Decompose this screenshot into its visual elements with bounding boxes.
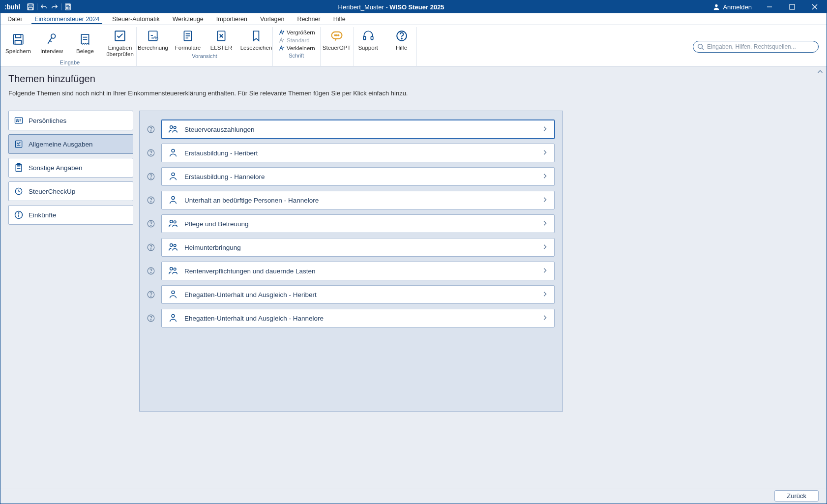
chevron-right-icon <box>541 149 548 157</box>
topic-row: Ehegatten-Unterhalt und Ausgleich - Heri… <box>147 285 556 304</box>
sidebar-item[interactable]: Allgemeine Ausgaben <box>8 134 133 154</box>
eingaben-button[interactable]: Eingaben überprüfen <box>105 27 135 59</box>
save-icon[interactable] <box>26 2 35 11</box>
menu-item[interactable]: Hilfe <box>330 14 349 24</box>
person-icon <box>168 148 178 158</box>
category-sidebar: PersönlichesAllgemeine AusgabenSonstige … <box>8 111 133 483</box>
menu-item[interactable]: Rechner <box>294 14 323 24</box>
window-title: Heribert_Muster - WISO Steuer 2025 <box>74 3 709 11</box>
redo-icon[interactable] <box>50 2 59 11</box>
svg-point-65 <box>172 149 175 152</box>
topic-card[interactable]: Erstausbildung - Hannelore <box>161 167 555 186</box>
topic-card[interactable]: Ehegatten-Unterhalt und Ausgleich - Heri… <box>161 285 555 304</box>
help-icon[interactable] <box>147 148 155 157</box>
hilfe-button[interactable]: Hilfe <box>388 27 415 52</box>
svg-point-85 <box>150 296 151 296</box>
label: Belege <box>76 48 94 55</box>
chevron-right-icon <box>541 173 548 181</box>
calculator-icon[interactable] <box>63 2 72 11</box>
support-button[interactable]: Support <box>354 27 382 52</box>
help-icon[interactable] <box>147 314 155 323</box>
svg-point-82 <box>170 267 173 270</box>
topics-panel: SteuervorauszahlungenErstausbildung - He… <box>139 111 563 412</box>
help-icon[interactable] <box>147 196 155 205</box>
group-label <box>384 52 385 60</box>
sidebar-item[interactable]: Einkünfte <box>8 205 133 225</box>
collapse-ribbon-button[interactable] <box>817 68 824 77</box>
belege-button[interactable]: Belege <box>71 30 99 56</box>
label: SteuerGPT <box>323 45 351 51</box>
svg-point-8 <box>66 8 67 9</box>
svg-point-62 <box>174 126 176 129</box>
sidebar-item[interactable]: Sonstige Angaben <box>8 158 133 178</box>
svg-point-38 <box>338 35 339 36</box>
help-icon[interactable] <box>147 243 155 252</box>
berechnung-button[interactable]: =% Berechnung <box>138 27 168 52</box>
topic-card[interactable]: Steuervorauszahlungen <box>161 120 555 139</box>
help-icon[interactable] <box>147 125 155 134</box>
ribbon: Speichern Interview Belege Eingaben über… <box>0 25 827 66</box>
menu-item[interactable]: Werkzeuge <box>170 14 207 24</box>
topic-card[interactable]: Erstausbildung - Heribert <box>161 144 555 162</box>
help-icon[interactable] <box>147 219 155 228</box>
topic-card[interactable]: Ehegatten-Unterhalt und Ausgleich - Hann… <box>161 309 555 327</box>
elster-button[interactable]: ELSTER <box>207 27 235 52</box>
topic-row: Unterhalt an bedürftige Personen - Hanne… <box>147 191 556 209</box>
back-button[interactable]: Zurück <box>774 490 819 502</box>
svg-point-64 <box>150 154 151 155</box>
help-icon[interactable] <box>147 267 155 275</box>
lesezeichen-button[interactable]: Lesezeichen <box>241 27 271 52</box>
steuergpt-button[interactable]: SteuerGPT <box>322 27 352 52</box>
topic-card[interactable]: Heimunterbringung <box>161 238 555 257</box>
help-icon[interactable] <box>147 290 155 299</box>
topic-card[interactable]: Unterhalt an bedürftige Personen - Hanne… <box>161 191 555 209</box>
topic-label: Heimunterbringung <box>184 244 535 251</box>
font-standard-button[interactable]: Standard <box>278 37 315 44</box>
sidebar-item[interactable]: SteuerCheckUp <box>8 181 133 201</box>
svg-point-60 <box>150 131 151 131</box>
person-icon <box>168 171 178 182</box>
svg-point-79 <box>174 244 176 247</box>
topic-label: Ehegatten-Unterhalt und Ausgleich - Hann… <box>184 315 535 322</box>
font-larger-button[interactable]: Vergrößern <box>278 29 315 36</box>
font-smaller-button[interactable]: Verkleinern <box>278 45 315 52</box>
font-standard-icon <box>278 37 285 44</box>
menu-item[interactable]: Importieren <box>213 14 250 24</box>
close-button[interactable] <box>805 0 825 13</box>
login-label: Anmelden <box>723 3 752 11</box>
label: Speichern <box>5 48 31 55</box>
interview-button[interactable]: Interview <box>38 30 65 56</box>
topic-card[interactable]: Rentenverpflichtungen und dauernde Laste… <box>161 262 555 280</box>
sidebar-item-label: Allgemeine Ausgaben <box>29 141 93 148</box>
speichern-button[interactable]: Speichern <box>4 30 32 56</box>
svg-point-67 <box>150 178 151 178</box>
topic-row: Erstausbildung - Hannelore <box>147 167 556 186</box>
topic-label: Erstausbildung - Heribert <box>184 149 535 157</box>
help-icon[interactable] <box>147 172 155 181</box>
search-box[interactable] <box>693 41 819 53</box>
person-icon <box>168 289 178 300</box>
label: Support <box>358 45 378 51</box>
formulare-button[interactable]: Formulare <box>174 27 202 52</box>
login-button[interactable]: Anmelden <box>708 3 757 11</box>
topic-card[interactable]: Pflege und Betreuung <box>161 214 555 233</box>
svg-point-78 <box>170 244 173 247</box>
menu-item[interactable]: Vorlagen <box>257 14 287 24</box>
menu-item[interactable]: Einkommensteuer 2024 <box>31 14 102 24</box>
svg-rect-40 <box>371 36 373 40</box>
menu-item[interactable]: Steuer-Automatik <box>109 14 163 24</box>
undo-icon[interactable] <box>39 2 48 11</box>
page-title: Themen hinzufügen <box>8 73 819 85</box>
svg-point-75 <box>174 221 176 223</box>
maximize-button[interactable] <box>782 0 802 13</box>
titlebar: :buhl Heribert_Muster - WISO Steuer 2025… <box>0 0 827 13</box>
minimize-button[interactable] <box>760 0 779 13</box>
checkup-icon <box>14 186 24 196</box>
svg-point-83 <box>174 268 176 270</box>
svg-line-44 <box>702 48 704 50</box>
search-input[interactable] <box>707 43 814 50</box>
person-icon <box>168 313 178 324</box>
sidebar-item[interactable]: Persönliches <box>8 111 133 130</box>
menu-item[interactable]: Datei <box>4 14 25 24</box>
label: Formulare <box>175 45 201 51</box>
